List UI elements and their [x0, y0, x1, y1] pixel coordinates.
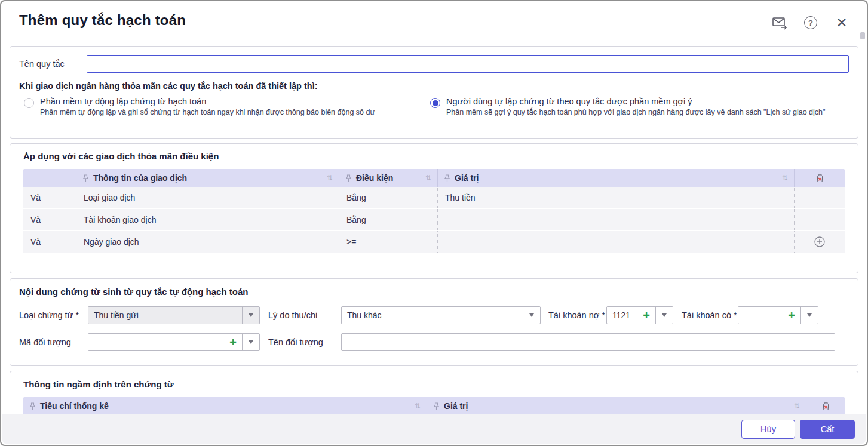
- pin-icon: [82, 174, 89, 182]
- reason-label: Lý do thu/chi: [268, 310, 341, 320]
- column-header-condition[interactable]: Điều kiện ⇅: [339, 169, 437, 187]
- rule-name-label: Tên quy tắc: [19, 59, 87, 69]
- and-cell: Và: [23, 209, 76, 230]
- condition-cell[interactable]: Bằng: [339, 209, 437, 230]
- feedback-mail-icon[interactable]: [771, 14, 788, 31]
- object-code-combo[interactable]: +: [88, 333, 260, 351]
- condition-cell[interactable]: >=: [339, 231, 437, 253]
- option-label: Người dùng tự lập chứng từ theo quy tắc …: [446, 97, 825, 106]
- conditions-table-header: Thông tin của giao dịch ⇅ Điều kiện ⇅: [23, 169, 845, 187]
- and-cell: Và: [23, 187, 76, 208]
- value-cell[interactable]: [437, 209, 794, 230]
- sort-icon[interactable]: ⇅: [327, 174, 333, 182]
- option-description: Phần mềm sẽ gợi ý quy tắc hạch toán phù …: [446, 108, 825, 116]
- chevron-down-icon[interactable]: [523, 307, 540, 324]
- help-icon[interactable]: ?: [802, 14, 819, 31]
- doc-type-select[interactable]: Thu tiền gửi: [88, 306, 260, 324]
- chevron-down-icon[interactable]: [242, 307, 259, 324]
- pin-icon: [345, 174, 352, 182]
- option-auto-create[interactable]: Phần mềm tự động lập chứng từ hạch toán …: [24, 97, 430, 116]
- column-header-delete: [806, 397, 845, 415]
- chevron-down-icon[interactable]: [655, 307, 673, 324]
- delete-column-icon[interactable]: [821, 401, 831, 411]
- dialog-header: Thêm quy tắc hạch toán ? ✕: [1, 1, 867, 46]
- radio-user-create[interactable]: [430, 98, 440, 108]
- cancel-button[interactable]: Hủy: [741, 420, 795, 439]
- debit-account-combo[interactable]: 1121 +: [606, 306, 673, 324]
- add-account-icon[interactable]: +: [783, 307, 800, 324]
- radio-auto-create[interactable]: [24, 98, 34, 108]
- object-name-label: Tên đối tượng: [268, 337, 341, 347]
- scrollbar-thumb[interactable]: [860, 32, 865, 39]
- defaults-title: Thông tin ngầm định trên chứng từ: [23, 379, 845, 389]
- dialog-body: Tên quy tắc Khi giao dịch ngân hàng thỏa…: [1, 46, 867, 442]
- document-title: Nội dung chứng từ sinh từ quy tắc tự độn…: [19, 287, 849, 297]
- pin-icon: [433, 402, 440, 410]
- column-header-criteria[interactable]: Tiêu chí thống kê ⇅: [23, 397, 427, 415]
- reason-select[interactable]: Thu khác: [341, 306, 541, 324]
- sort-icon[interactable]: ⇅: [794, 402, 800, 410]
- chevron-down-icon[interactable]: [242, 334, 259, 350]
- condition-row[interactable]: Và Ngày giao dịch >=: [23, 231, 845, 253]
- value-cell[interactable]: Thu tiền: [437, 187, 794, 208]
- add-account-icon[interactable]: +: [637, 307, 655, 324]
- sort-icon[interactable]: ⇅: [782, 174, 788, 182]
- scrollbar[interactable]: [860, 32, 865, 414]
- chevron-down-icon[interactable]: [800, 307, 818, 324]
- doc-type-label: Loại chứng từ *: [19, 310, 88, 320]
- debit-account-label: Tài khoản nợ *: [548, 310, 606, 320]
- pin-icon: [444, 174, 450, 182]
- sort-icon[interactable]: ⇅: [425, 174, 431, 182]
- object-code-label: Mã đối tượng: [19, 337, 88, 347]
- condition-row[interactable]: Và Loại giao dịch Bằng Thu tiền: [23, 187, 845, 209]
- pin-icon: [29, 402, 36, 410]
- document-section: Nội dung chứng từ sinh từ quy tắc tự độn…: [10, 278, 858, 366]
- column-header-value[interactable]: Giá trị ⇅: [427, 397, 806, 415]
- sort-icon[interactable]: ⇅: [415, 402, 421, 410]
- option-description: Phần mềm tự động lập và ghi sổ chứng từ …: [40, 108, 375, 116]
- conditions-table: Thông tin của giao dịch ⇅ Điều kiện ⇅: [23, 169, 845, 253]
- rule-name-input[interactable]: [87, 55, 849, 73]
- column-header-delete: [794, 169, 845, 187]
- credit-account-combo[interactable]: +: [738, 306, 818, 324]
- rule-mode-question: Khi giao dịch ngân hàng thỏa mãn các quy…: [19, 81, 849, 91]
- dialog-footer: Hủy Cất: [2, 414, 866, 444]
- add-object-icon[interactable]: +: [224, 334, 242, 350]
- value-cell[interactable]: [437, 231, 794, 253]
- close-icon[interactable]: ✕: [833, 14, 850, 31]
- help-glyph: ?: [804, 16, 817, 29]
- add-row-icon[interactable]: [814, 236, 826, 248]
- page-title: Thêm quy tắc hạch toán: [19, 12, 186, 29]
- condition-cell[interactable]: Bằng: [339, 187, 437, 208]
- and-cell: Và: [23, 231, 76, 253]
- info-cell[interactable]: Loại giao dịch: [76, 187, 339, 208]
- column-header-value[interactable]: Giá trị ⇅: [437, 169, 794, 187]
- option-user-create[interactable]: Người dùng tự lập chứng từ theo quy tắc …: [430, 97, 825, 116]
- conditions-section: Áp dụng với các giao dịch thỏa mãn điều …: [10, 143, 858, 273]
- add-accounting-rule-dialog: Thêm quy tắc hạch toán ? ✕ Tên quy tắc: [0, 0, 868, 446]
- rule-section: Tên quy tắc Khi giao dịch ngân hàng thỏa…: [10, 46, 858, 139]
- info-cell[interactable]: Tài khoản giao dịch: [76, 209, 339, 230]
- credit-account-label: Tài khoản có *: [682, 310, 738, 320]
- defaults-table: Tiêu chí thống kê ⇅ Giá trị ⇅: [23, 397, 845, 415]
- info-cell[interactable]: Ngày giao dịch: [76, 231, 339, 253]
- object-name-input[interactable]: [341, 333, 835, 351]
- delete-column-icon[interactable]: [815, 173, 825, 183]
- save-button[interactable]: Cất: [800, 420, 855, 439]
- condition-row[interactable]: Và Tài khoản giao dịch Bằng: [23, 209, 845, 231]
- option-label: Phần mềm tự động lập chứng từ hạch toán: [40, 97, 375, 106]
- conditions-title: Áp dụng với các giao dịch thỏa mãn điều …: [23, 151, 845, 161]
- column-header-info[interactable]: Thông tin của giao dịch ⇅: [76, 169, 339, 187]
